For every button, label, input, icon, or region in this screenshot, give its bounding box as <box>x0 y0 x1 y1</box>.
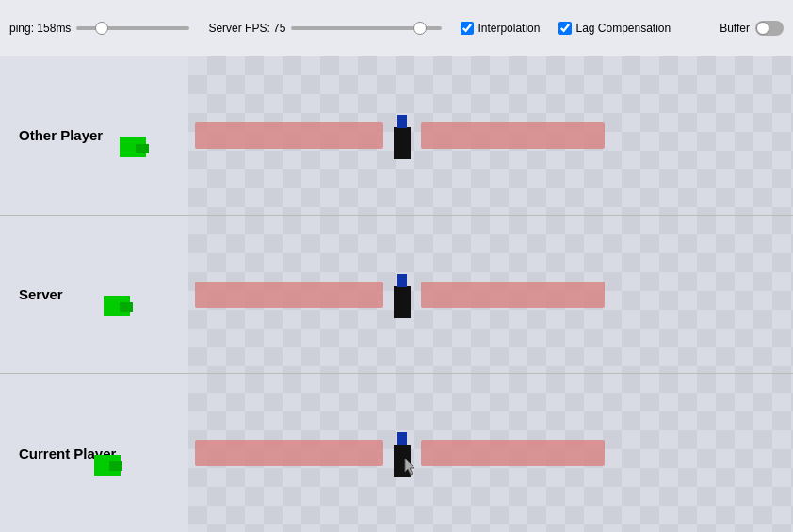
player-subblock-other <box>136 144 149 153</box>
server-main <box>188 216 793 374</box>
server-label: Server <box>0 286 188 302</box>
pos-indicator-other <box>394 127 411 159</box>
interpolation-checkbox[interactable] <box>461 22 474 35</box>
lag-compensation-label: Lag Compensation <box>575 22 671 35</box>
ping-group: ping: 158ms <box>9 22 189 35</box>
ping-slider-track[interactable] <box>76 26 189 30</box>
current-player-row: Current Player <box>0 374 793 532</box>
ping-label: ping: 158ms <box>9 22 71 35</box>
interpolation-group: Interpolation <box>461 22 540 35</box>
interpolation-label: Interpolation <box>477 22 540 35</box>
pink-bar-other-2 <box>421 122 605 149</box>
buffer-toggle[interactable] <box>755 21 784 36</box>
pink-bar-current-1 <box>195 440 383 466</box>
server-fps-slider-track[interactable] <box>291 26 442 30</box>
server-fps-label: Server FPS: 75 <box>208 22 285 35</box>
pink-bar-server-2 <box>421 282 605 308</box>
other-player-label: Other Player <box>0 127 188 143</box>
blue-marker-server <box>397 274 407 287</box>
player-subblock-server <box>120 302 133 312</box>
lag-compensation-checkbox[interactable] <box>558 22 572 35</box>
pink-bar-server-1 <box>195 282 383 308</box>
pos-indicator-server <box>394 286 411 318</box>
other-player-main <box>188 56 793 215</box>
server-fps-group: Server FPS: 75 <box>208 22 442 35</box>
toolbar: ping: 158ms Server FPS: 75 Interpolation… <box>0 0 793 56</box>
player-subblock-current <box>109 461 122 471</box>
lag-compensation-group: Lag Compensation <box>558 22 671 35</box>
current-player-label: Current Player <box>0 445 188 461</box>
buffer-toggle-knob <box>756 22 769 35</box>
server-row: Server <box>0 216 793 375</box>
server-fps-slider-thumb[interactable] <box>413 22 427 35</box>
ping-slider-thumb[interactable] <box>95 22 108 35</box>
current-player-main <box>188 374 793 532</box>
pink-bar-other-1 <box>195 122 383 149</box>
blue-marker-current <box>397 432 407 445</box>
pink-bar-current-2 <box>421 440 605 466</box>
pos-indicator-current <box>394 445 411 477</box>
buffer-group: Buffer <box>720 21 784 36</box>
blue-marker-other <box>397 115 407 128</box>
other-player-row: Other Player <box>0 56 793 216</box>
buffer-label: Buffer <box>720 22 750 35</box>
main-content: Other Player Server <box>0 56 793 532</box>
